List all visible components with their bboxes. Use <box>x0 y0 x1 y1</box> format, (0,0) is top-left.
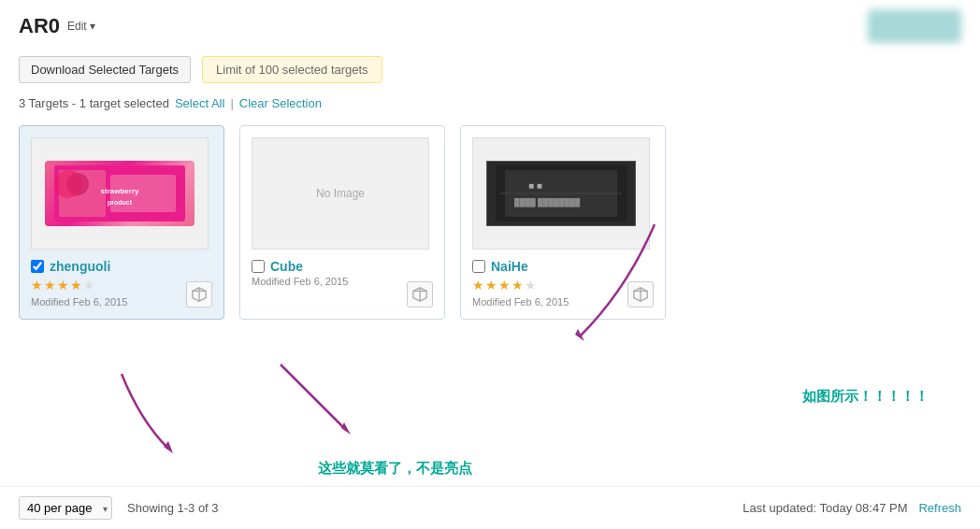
star-3: ★ <box>57 278 69 293</box>
star-empty: ★ <box>83 278 95 293</box>
card-modified-cube: Modified Feb 6, 2015 <box>252 276 433 287</box>
svg-text:strawberry: strawberry <box>101 187 139 195</box>
star-1: ★ <box>31 278 43 293</box>
header-left: AR0 Edit ▾ <box>19 14 95 38</box>
svg-text:■ ■: ■ ■ <box>528 180 542 191</box>
card-modified-zhenguoli: Modified Feb 6, 2015 <box>31 296 212 307</box>
card-cube: No Image Cube Modified Feb 6, 2015 <box>239 125 445 320</box>
toolbar: Download Selected Targets Limit of 100 s… <box>0 50 980 89</box>
selection-summary: 3 Targets - 1 target selected <box>19 96 169 110</box>
card-image-naihe: ■ ■ ████ ████████ <box>472 137 650 250</box>
star-1: ★ <box>472 278 484 293</box>
clear-selection-link[interactable]: Clear Selection <box>239 96 322 110</box>
limit-badge: Limit of 100 selected targets <box>202 56 382 83</box>
svg-point-2 <box>66 173 89 195</box>
star-3: ★ <box>498 278 511 293</box>
svg-marker-22 <box>575 329 584 341</box>
edit-link[interactable]: Edit ▾ <box>67 20 95 33</box>
app-title: AR0 <box>19 14 60 38</box>
header: AR0 Edit ▾ <box>0 0 980 50</box>
star-half: ★ <box>512 278 524 293</box>
card-cube-icon-btn-naihe[interactable] <box>627 281 654 307</box>
no-image-text: No Image <box>316 187 365 200</box>
per-page-wrapper[interactable]: 40 per page 20 per page 60 per page 80 p… <box>19 496 112 520</box>
per-page-select[interactable]: 40 per page 20 per page 60 per page 80 p… <box>19 496 112 520</box>
footer: 40 per page 20 per page 60 per page 80 p… <box>0 486 980 529</box>
card-name-naihe[interactable]: NaiHe <box>491 259 528 274</box>
selection-row: 3 Targets - 1 target selected Select All… <box>0 89 980 118</box>
card-name-zhenguoli[interactable]: zhenguoli <box>50 259 110 274</box>
card-checkbox-cube[interactable] <box>252 260 265 273</box>
cards-area: strawberry product zhenguoli ★ ★ ★ ★ ★ M… <box>0 118 980 327</box>
star-empty: ★ <box>525 278 537 293</box>
card-footer-zhenguoli: zhenguoli <box>31 259 212 274</box>
stars-naihe: ★ ★ ★ ★ ★ <box>472 278 654 293</box>
svg-marker-20 <box>164 441 173 453</box>
svg-marker-21 <box>341 422 351 435</box>
refresh-link[interactable]: Refresh <box>918 501 961 515</box>
card-footer-cube: Cube <box>252 259 433 274</box>
stars-zhenguoli: ★ ★ ★ ★ ★ <box>31 278 212 293</box>
svg-text:████ ████████: ████ ████████ <box>514 197 581 207</box>
strawberry-product-image: strawberry product <box>45 161 195 226</box>
card-modified-naihe: Modified Feb 6, 2015 <box>472 296 654 307</box>
card-footer-naihe: NaiHe <box>472 259 654 274</box>
card-image-zhenguoli: strawberry product <box>31 137 209 250</box>
card-image-cube: No Image <box>252 137 429 250</box>
footer-right: Last updated: Today 08:47 PM Refresh <box>742 501 961 515</box>
card-checkbox-zhenguoli[interactable] <box>31 260 44 273</box>
star-half: ★ <box>70 278 82 293</box>
card-zhenguoli: strawberry product zhenguoli ★ ★ ★ ★ ★ M… <box>19 125 224 320</box>
card-cube-icon-btn-zhenguoli[interactable] <box>186 281 212 307</box>
dark-product-image: ■ ■ ████ ████████ <box>486 161 636 226</box>
last-updated: Last updated: Today 08:47 PM <box>742 501 907 515</box>
select-all-link[interactable]: Select All <box>175 96 224 110</box>
card-checkbox-naihe[interactable] <box>472 260 485 273</box>
annotation-text-1: 这些就莫看了，不是亮点 <box>318 460 472 478</box>
divider: | <box>230 96 233 110</box>
avatar <box>868 9 961 43</box>
annotation-text-2: 如图所示！！！！！ <box>802 388 929 406</box>
download-selected-button[interactable]: Download Selected Targets <box>19 56 191 83</box>
showing-text: Showing 1-3 of 3 <box>127 501 219 515</box>
star-2: ★ <box>485 278 497 293</box>
card-naihe: ■ ■ ████ ████████ NaiHe ★ ★ ★ ★ ★ Modifi… <box>460 125 666 320</box>
card-name-cube[interactable]: Cube <box>270 259 303 274</box>
card-cube-icon-btn-cube[interactable] <box>407 281 433 307</box>
svg-text:product: product <box>108 199 133 207</box>
star-2: ★ <box>44 278 56 293</box>
